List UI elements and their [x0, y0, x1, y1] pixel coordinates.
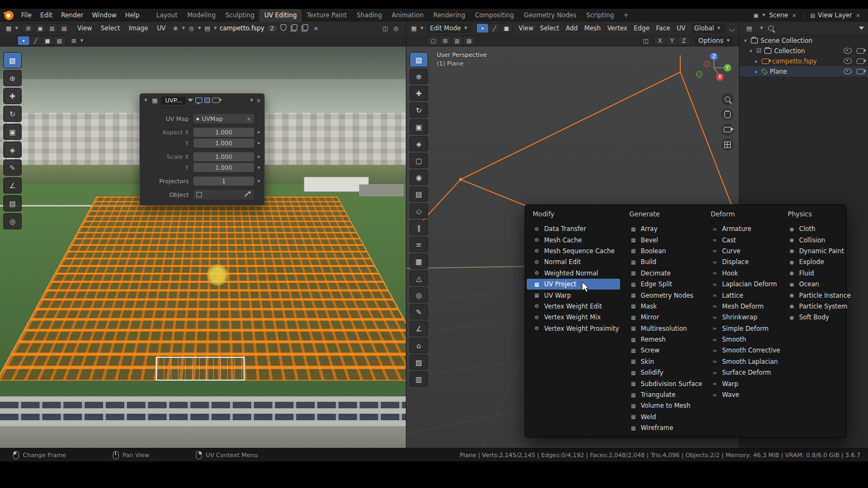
modifier-menu-item[interactable]: ▦ Edge Split [623, 279, 701, 290]
uv-menu-item[interactable]: UV [152, 22, 170, 35]
tool-option-button[interactable]: ▨ [463, 36, 475, 45]
modifier-menu-item[interactable]: ▦ Array [623, 223, 701, 234]
add-workspace-button[interactable]: + [619, 9, 633, 22]
pan-hand-icon[interactable] [722, 108, 733, 120]
modifier-menu-item[interactable]: ▦ Geometry Nodes [623, 290, 701, 300]
workspace-tab[interactable]: Scripting [582, 9, 619, 22]
uv-menu-item[interactable]: Image [124, 22, 152, 35]
snap-icon[interactable]: ◎ [186, 25, 197, 32]
viewport-menu-item[interactable]: Edge [630, 22, 653, 35]
duplicate-image-icon[interactable] [300, 24, 311, 32]
tool-button[interactable]: ◈ [3, 142, 22, 158]
disclosure-icon[interactable]: ▾ [748, 48, 754, 54]
modifier-menu-item[interactable]: ▦ UV Project [527, 279, 620, 290]
hide-in-viewport-icon[interactable] [844, 48, 852, 54]
orientation-dropdown[interactable]: Global ▼ [691, 23, 725, 33]
modifier-menu-item[interactable]: ≈ Mesh Deform [705, 301, 778, 312]
disable-in-render-icon[interactable] [857, 59, 864, 64]
pivot-icon[interactable]: ⊕ [170, 25, 181, 32]
outliner-display-mode-icon[interactable]: ▤ [744, 25, 755, 32]
tool-button[interactable]: ↻ [3, 106, 22, 122]
tool-button[interactable]: △ [410, 271, 428, 286]
blender-logo-icon[interactable] [4, 11, 14, 20]
modifier-menu-item[interactable]: ⚙ Mesh Sequence Cache [527, 246, 620, 256]
mirror-y-button[interactable]: Y [666, 36, 678, 45]
workspace-tab[interactable]: Layout [151, 9, 182, 22]
modifier-menu-item[interactable]: ≈ Simple Deform [705, 323, 778, 334]
modifier-menu-item[interactable]: ≈ Shrinkwrap [705, 312, 778, 323]
tool-button[interactable]: ▦ [410, 254, 428, 269]
filter-icon[interactable] [859, 27, 864, 30]
uv-menu-item[interactable]: Select [97, 22, 124, 35]
projectors-field[interactable]: 1 [193, 176, 254, 186]
modifier-menu-item[interactable]: ◉ Soft Body [782, 312, 845, 323]
tool-button[interactable]: ◎ [410, 287, 428, 303]
scale-x-field[interactable]: 1.000 [193, 152, 254, 162]
tool-button[interactable]: ▨ [410, 355, 428, 370]
workspace-tab[interactable]: Geometry Nodes [519, 9, 582, 22]
modifier-menu-item[interactable]: ◉ Particle System [782, 301, 845, 312]
image-pin-icon[interactable]: ◫ [380, 25, 391, 32]
tool-button[interactable]: ∠ [3, 177, 22, 194]
modifier-menu-item[interactable]: ≈ Armature [705, 223, 778, 234]
snap-magnet-icon[interactable]: ◡ [727, 25, 738, 32]
uvmap-field[interactable]: UVMap × [193, 114, 254, 124]
aspect-x-field[interactable]: 1.000 [193, 127, 254, 137]
extras-chevron-icon[interactable]: ▼ [250, 98, 253, 102]
orthographic-toggle-icon[interactable] [722, 139, 733, 151]
tool-button[interactable]: ▧ [3, 52, 22, 68]
workspace-tab[interactable]: Sculpting [220, 9, 259, 22]
disable-in-render-icon[interactable] [857, 48, 864, 54]
face-select-button[interactable]: ■ [501, 24, 512, 33]
modifier-menu-item[interactable]: ◉ Collision [782, 234, 845, 245]
modifier-menu-item[interactable]: ▦ Volume to Mesh [623, 400, 701, 411]
modifier-menu-item[interactable]: ⚙ Weighted Normal [527, 268, 620, 279]
viewport-menu-item[interactable]: Select [537, 22, 562, 35]
modifier-menu-item[interactable]: ≈ Laplacian Deform [705, 279, 778, 290]
uv-select-face-button[interactable]: ■ [42, 36, 53, 45]
tool-button[interactable]: ⊕ [3, 70, 22, 86]
vertex-select-button[interactable]: • [477, 24, 488, 33]
modifier-menu-item[interactable]: ▦ Build [623, 256, 701, 267]
modifier-menu-item[interactable]: ≈ Lattice [705, 290, 778, 300]
modifier-menu-item[interactable]: ◉ Particle Instance [782, 290, 845, 300]
tool-option-button[interactable]: ▢ [427, 36, 439, 45]
unlink-image-icon[interactable]: × [311, 25, 322, 32]
modifier-menu-item[interactable]: ▦ Mask [623, 301, 701, 312]
new-image-icon[interactable] [289, 24, 300, 32]
options-dropdown[interactable]: Options ▼ [695, 36, 734, 46]
topbar-menu-item[interactable]: File [17, 9, 36, 22]
workspace-tab[interactable]: Modeling [182, 9, 220, 22]
uv-menu-item[interactable]: View [73, 22, 96, 35]
modifier-menu-item[interactable]: ▦ Wireframe [623, 422, 701, 433]
uv-select-island-button[interactable]: ▧ [54, 36, 65, 45]
workspace-tab[interactable]: Animation [387, 9, 429, 22]
modifier-menu-item[interactable]: ⚙ Mesh Cache [527, 234, 620, 245]
modifier-menu-item[interactable]: ▦ Screw [623, 345, 701, 356]
editor-type-icon[interactable]: ▦ [3, 25, 14, 32]
modifier-name-field[interactable]: UVP... [161, 97, 186, 105]
viewport-menu-item[interactable]: Vertex [604, 22, 630, 35]
outliner-row-camera[interactable]: ▸ campetto.fspy [739, 56, 868, 66]
tool-button[interactable]: ∠ [410, 321, 428, 336]
object-field[interactable] [193, 190, 254, 200]
tool-button[interactable]: ↻ [410, 102, 428, 118]
modifier-menu-item[interactable]: ◉ Explode [782, 256, 845, 267]
keyframe-dot-icon[interactable] [258, 131, 260, 133]
modifier-menu-item[interactable]: ▦ UV Warp [527, 290, 620, 300]
modifier-menu-item[interactable]: ◉ Fluid [782, 268, 845, 279]
remove-view-layer-icon[interactable]: × [855, 12, 861, 18]
modifier-menu-item[interactable]: ▦ Multiresolution [623, 323, 701, 334]
viewport-menu-item[interactable]: Face [653, 22, 673, 35]
modifier-menu-item[interactable]: ⚙ Vertex Weight Mix [527, 312, 620, 323]
modifier-menu-item[interactable]: ≈ Surface Deform [705, 367, 778, 378]
view-layer-selector[interactable]: View Layer [818, 11, 852, 19]
realtime-display-icon[interactable] [195, 98, 202, 103]
workspace-tab[interactable]: Compositing [470, 9, 519, 22]
modifier-menu-item[interactable]: ≈ Wave [705, 389, 778, 400]
mirror-z-button[interactable]: Z [678, 36, 690, 45]
modifier-menu-item[interactable]: ▦ Mirror [623, 312, 701, 323]
uv-mode-button[interactable]: ▥ [46, 24, 58, 33]
modifier-menu-item[interactable]: ◉ Cloth [782, 223, 845, 234]
navigation-gizmo[interactable]: Z Y X [693, 49, 735, 89]
